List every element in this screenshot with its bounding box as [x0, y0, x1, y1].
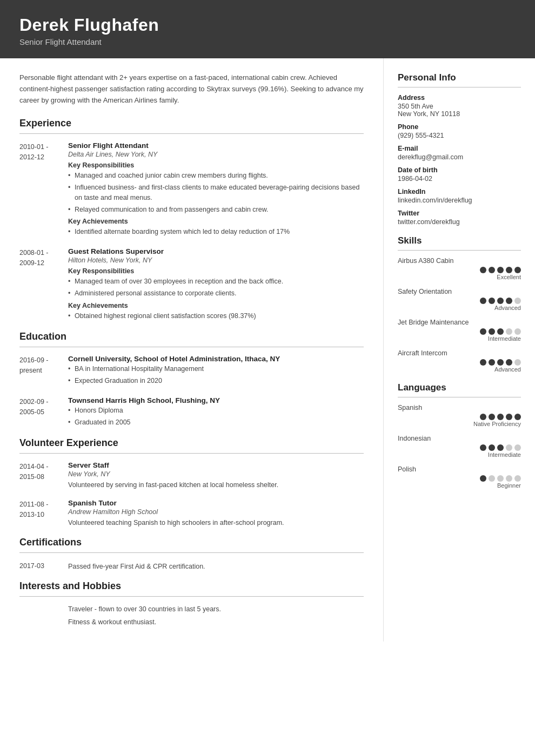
exp1-title: Senior Flight Attendant [68, 141, 364, 150]
skill-level-0: Excellent [398, 274, 521, 280]
skill-item-0: Airbus A380 Cabin Excellent [398, 257, 521, 280]
interest-item-1: Traveler - flown to over 30 countries in… [68, 604, 364, 615]
cert1-date: 2017-03 [19, 561, 68, 572]
exp1-content: Senior Flight Attendant Delta Air Lines,… [68, 141, 364, 239]
dot-empty [506, 475, 512, 482]
resume-header: Derek Flughafen Senior Flight Attendant [0, 0, 535, 58]
dot [497, 414, 504, 420]
dot-empty [514, 328, 521, 335]
list-item: Relayed communication to and from passen… [68, 205, 364, 215]
edu2-title: Townsend Harris High School, Flushing, N… [68, 396, 364, 404]
experience-entry-1: 2010-01 - 2012-12 Senior Flight Attendan… [19, 141, 364, 239]
list-item: Managed team of over 30 employees in rec… [68, 276, 364, 287]
volunteer-entry-2: 2011-08 - 2013-10 Spanish Tutor Andrew H… [19, 499, 364, 528]
exp1-ach-label: Key Achievements [68, 218, 364, 225]
list-item: Identified alternate boarding system whi… [68, 227, 364, 237]
skill-name-1: Safety Orientation [398, 288, 521, 295]
edu2-dates: 2002-09 - 2005-05 [19, 396, 68, 429]
dot [497, 444, 504, 451]
interests-divider [19, 596, 364, 597]
address-label: Address [398, 94, 521, 102]
dot-empty [506, 444, 512, 451]
lang-name-0: Spanish [398, 404, 521, 411]
lang-name-2: Polish [398, 465, 521, 473]
address-value: 350 5th AveNew York, NY 10118 [398, 103, 521, 118]
vol2-plain: Volunteered teaching Spanish to high sch… [68, 518, 364, 528]
exp1-resp-label: Key Responsibilities [68, 161, 364, 169]
skill-item-2: Jet Bridge Maintenance Intermediate [398, 319, 521, 342]
education-entry-2: 2002-09 - 2005-05 Townsend Harris High S… [19, 396, 364, 429]
dot-empty [514, 298, 521, 304]
lang-dots-2 [398, 475, 521, 482]
exp2-dates: 2008-01 - 2009-12 [19, 247, 68, 322]
list-item: Influenced business- and first-class cli… [68, 183, 364, 203]
exp1-resp-list: Managed and coached junior cabin crew me… [68, 171, 364, 214]
exp2-ach-label: Key Achievements [68, 302, 364, 309]
certifications-divider [19, 552, 364, 553]
lang-dots-0 [398, 414, 521, 420]
interest-item-2: Fitness & workout enthusiast. [68, 617, 364, 627]
exp1-ach-list: Identified alternate boarding system whi… [68, 227, 364, 237]
list-item: Managed and coached junior cabin crew me… [68, 171, 364, 181]
summary-text: Personable flight attendant with 2+ year… [19, 72, 364, 106]
vol1-title: Server Staff [68, 461, 364, 469]
list-item: Honors Diploma [68, 406, 364, 416]
exp2-subtitle: Hilton Hotels, New York, NY [68, 256, 364, 264]
dot [480, 267, 486, 273]
exp2-resp-list: Managed team of over 30 employees in rec… [68, 276, 364, 299]
dot-empty [514, 475, 521, 482]
list-item: Graduated in 2005 [68, 417, 364, 428]
skill-item-3: Aircraft Intercom Advanced [398, 349, 521, 373]
dot-empty [497, 475, 504, 482]
dot [480, 475, 486, 482]
dot-empty [514, 359, 521, 366]
dot [506, 298, 512, 304]
languages-title: Languages [398, 382, 521, 393]
experience-entry-2: 2008-01 - 2009-12 Guest Relations Superv… [19, 247, 364, 322]
edu1-title: Cornell University, School of Hotel Admi… [68, 355, 364, 363]
skill-level-2: Intermediate [398, 335, 521, 342]
vol2-content: Spanish Tutor Andrew Hamilton High Schoo… [68, 499, 364, 528]
dot [480, 359, 486, 366]
main-layout: Personable flight attendant with 2+ year… [0, 58, 535, 642]
dot [489, 359, 495, 366]
right-column: Personal Info Address 350 5th AveNew Yor… [384, 58, 535, 642]
dot [480, 414, 486, 420]
edu2-bullets: Honors Diploma Graduated in 2005 [68, 406, 364, 428]
languages-section: Languages Spanish Native Proficiency Ind… [398, 382, 521, 489]
skills-title: Skills [398, 235, 521, 246]
experience-divider [19, 133, 364, 134]
education-divider [19, 347, 364, 347]
dob-label: Date of birth [398, 166, 521, 174]
vol1-dates: 2014-04 - 2015-08 [19, 461, 68, 490]
edu2-content: Townsend Harris High School, Flushing, N… [68, 396, 364, 429]
list-item: BA in International Hospitality Manageme… [68, 364, 364, 374]
volunteer-entry-1: 2014-04 - 2015-08 Server Staff New York,… [19, 461, 364, 490]
dot [489, 298, 495, 304]
dot [497, 298, 504, 304]
email-value: derekflug@gmail.com [398, 153, 521, 161]
dot [497, 328, 504, 335]
list-item: Administered personal assistance to corp… [68, 288, 364, 299]
exp2-resp-label: Key Responsibilities [68, 267, 364, 275]
dot [497, 359, 504, 366]
certifications-section: Certifications 2017-03 Passed five-year … [19, 537, 364, 572]
interests-title: Interests and Hobbies [19, 580, 364, 592]
vol2-dates: 2011-08 - 2013-10 [19, 499, 68, 528]
volunteer-title: Volunteer Experience [19, 437, 364, 449]
dot [489, 328, 495, 335]
vol2-subtitle: Andrew Hamilton High School [68, 508, 364, 516]
left-column: Personable flight attendant with 2+ year… [0, 58, 384, 642]
volunteer-section: Volunteer Experience 2014-04 - 2015-08 S… [19, 437, 364, 528]
dot-empty [506, 328, 512, 335]
volunteer-divider [19, 453, 364, 454]
lang-item-2: Polish Beginner [398, 465, 521, 489]
personal-info-title: Personal Info [398, 72, 521, 83]
lang-level-1: Intermediate [398, 451, 521, 458]
skills-divider [398, 250, 521, 251]
education-title: Education [19, 331, 364, 342]
lang-name-1: Indonesian [398, 435, 521, 442]
vol1-subtitle: New York, NY [68, 470, 364, 478]
list-item: Expected Graduation in 2020 [68, 376, 364, 386]
dot-empty [489, 475, 495, 482]
